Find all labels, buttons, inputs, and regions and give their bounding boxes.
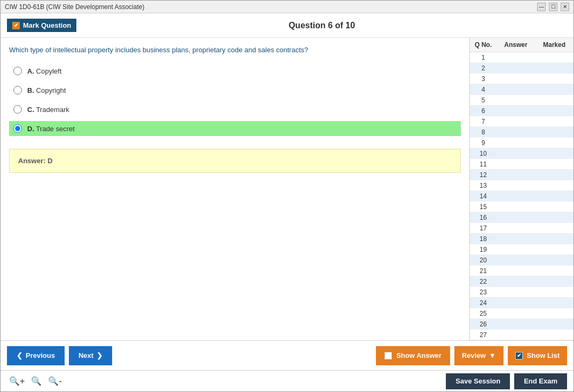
zoom-reset-button[interactable]: 🔍 — [29, 375, 44, 387]
show-answer-button[interactable]: Show Answer — [376, 346, 450, 365]
review-button[interactable]: Review ▼ — [454, 346, 504, 365]
sidebar-row[interactable]: 14 — [470, 191, 573, 202]
window-title: CIW 1D0-61B (CIW Site Development Associ… — [5, 3, 144, 11]
sidebar-row[interactable]: 11 — [470, 159, 573, 170]
mark-question-label: Mark Question — [23, 21, 71, 29]
option-a-radio[interactable] — [13, 67, 22, 75]
sidebar-row-num: 6 — [470, 107, 497, 115]
review-label: Review — [462, 351, 486, 359]
answer-box: Answer: D — [9, 149, 461, 173]
zoom-out-button[interactable]: 🔍- — [46, 375, 64, 387]
zoom-in-button[interactable]: 🔍+ — [7, 375, 27, 387]
sidebar-row-num: 1 — [470, 54, 497, 61]
sidebar-row[interactable]: 13 — [470, 180, 573, 191]
sidebar-row[interactable]: 21 — [470, 266, 573, 276]
options-list: A. Copyleft B. Copyright C. Trademark D.… — [9, 63, 461, 136]
sidebar-row-num: 18 — [470, 235, 497, 243]
end-exam-button[interactable]: End Exam — [514, 373, 567, 389]
sidebar-row-num: 22 — [470, 278, 497, 285]
sidebar-row[interactable]: 1 — [470, 52, 573, 63]
sidebar-row[interactable]: 9 — [470, 138, 573, 148]
option-c[interactable]: C. Trademark — [9, 102, 461, 117]
sidebar-row[interactable]: 12 — [470, 170, 573, 180]
sidebar-row-num: 11 — [470, 161, 497, 168]
col-qno: Q No. — [470, 40, 497, 50]
toolbar: ✔ Mark Question Question 6 of 10 — [1, 13, 573, 38]
sidebar-row-num: 24 — [470, 299, 497, 307]
sidebar-row-num: 3 — [470, 75, 497, 83]
sidebar-row-num: 8 — [470, 129, 497, 136]
title-bar-controls: — ☐ ✕ — [537, 3, 569, 11]
sidebar-row[interactable]: 18 — [470, 234, 573, 244]
option-b-radio[interactable] — [13, 86, 22, 94]
mark-question-button[interactable]: ✔ Mark Question — [7, 19, 76, 32]
minimize-button[interactable]: — — [537, 3, 546, 11]
sidebar-row[interactable]: 20 — [470, 255, 573, 266]
sidebar-row[interactable]: 2 — [470, 63, 573, 74]
question-area: Which type of intellectual property incl… — [1, 38, 469, 340]
sidebar-row[interactable]: 16 — [470, 212, 573, 223]
review-dropdown-icon: ▼ — [489, 351, 496, 359]
maximize-button[interactable]: ☐ — [549, 3, 557, 11]
sidebar-row[interactable]: 27 — [470, 330, 573, 340]
previous-arrow-icon — [17, 351, 22, 359]
sidebar-row-num: 7 — [470, 118, 497, 125]
next-arrow-icon — [97, 351, 103, 359]
mark-checkbox-icon: ✔ — [12, 22, 20, 29]
show-answer-label: Show Answer — [396, 351, 442, 359]
close-button[interactable]: ✕ — [561, 3, 569, 11]
option-b[interactable]: B. Copyright — [9, 83, 461, 98]
sidebar-list[interactable]: 1234567891011121314151617181920212223242… — [470, 52, 573, 340]
sidebar-row[interactable]: 15 — [470, 202, 573, 212]
sidebar-row-num: 14 — [470, 193, 497, 200]
sidebar-row[interactable]: 7 — [470, 116, 573, 127]
option-c-label: C. Trademark — [27, 106, 69, 114]
sidebar-row-num: 20 — [470, 257, 497, 264]
sidebar-row[interactable]: 26 — [470, 319, 573, 330]
sidebar-row[interactable]: 3 — [470, 74, 573, 84]
option-a[interactable]: A. Copyleft — [9, 63, 461, 78]
bottom-bar: Previous Next Show Answer Review ▼ ✔ Sho… — [1, 340, 573, 370]
option-a-label: A. Copyleft — [27, 67, 61, 75]
sidebar-row[interactable]: 5 — [470, 95, 573, 106]
sidebar-row[interactable]: 23 — [470, 287, 573, 298]
end-exam-label: End Exam — [524, 377, 557, 385]
sidebar-row-num: 19 — [470, 246, 497, 253]
show-list-label: Show List — [527, 351, 560, 359]
sidebar-row[interactable]: 17 — [470, 223, 573, 234]
sidebar-row-num: 26 — [470, 321, 497, 328]
sidebar-row[interactable]: 19 — [470, 244, 573, 255]
sidebar-row[interactable]: 25 — [470, 308, 573, 319]
sidebar-row-num: 13 — [470, 182, 497, 189]
sidebar-row[interactable]: 8 — [470, 127, 573, 138]
sidebar-row-num: 2 — [470, 65, 497, 72]
sidebar-row[interactable]: 6 — [470, 106, 573, 116]
option-c-radio[interactable] — [13, 105, 22, 114]
option-d-label: D. Trade secret — [27, 125, 75, 133]
sidebar-row-num: 5 — [470, 97, 497, 104]
option-d-radio[interactable] — [13, 124, 22, 133]
next-button[interactable]: Next — [69, 346, 112, 365]
sidebar-row-num: 10 — [470, 150, 497, 157]
sidebar-row[interactable]: 24 — [470, 298, 573, 308]
sidebar-row-num: 21 — [470, 267, 497, 275]
sidebar-row-num: 25 — [470, 310, 497, 317]
option-d[interactable]: D. Trade secret — [9, 121, 461, 136]
show-list-checkbox-icon: ✔ — [515, 352, 523, 359]
save-session-label: Save Session — [455, 377, 500, 385]
col-answer: Answer — [497, 40, 535, 50]
question-text: Which type of intellectual property incl… — [9, 45, 461, 55]
title-bar: CIW 1D0-61B (CIW Site Development Associ… — [1, 1, 573, 13]
show-list-button[interactable]: ✔ Show List — [508, 346, 567, 365]
sidebar-row[interactable]: 22 — [470, 276, 573, 287]
sidebar-row[interactable]: 4 — [470, 84, 573, 95]
col-marked: Marked — [535, 40, 573, 50]
sidebar-row-num: 15 — [470, 203, 497, 211]
answer-text: Answer: D — [18, 157, 52, 165]
previous-button[interactable]: Previous — [7, 346, 65, 365]
sidebar: Q No. Answer Marked 12345678910111213141… — [469, 38, 573, 340]
question-title: Question 6 of 10 — [76, 21, 567, 30]
sidebar-row-num: 9 — [470, 139, 497, 147]
sidebar-row[interactable]: 10 — [470, 148, 573, 159]
save-session-button[interactable]: Save Session — [446, 373, 510, 389]
